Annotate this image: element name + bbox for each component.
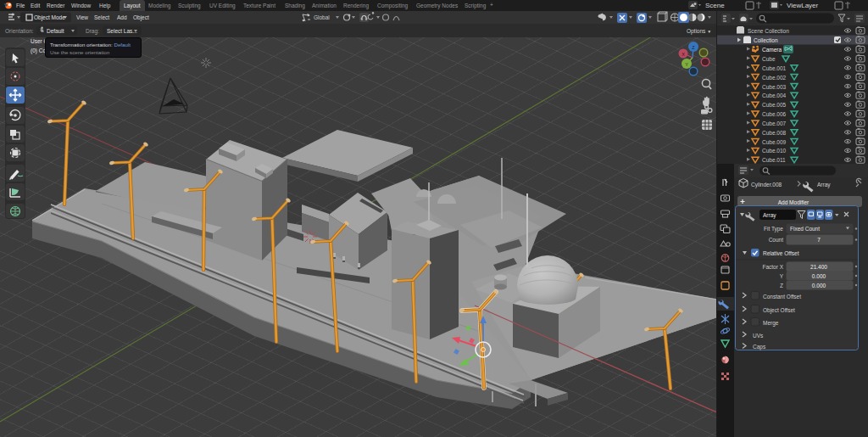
svg-text:Cube: Cube [762,56,776,62]
svg-text:Cube.006: Cube.006 [762,111,787,117]
svg-text:Cube.008: Cube.008 [762,130,787,136]
svg-text:Cube.003: Cube.003 [762,84,787,90]
svg-text:Collection: Collection [754,37,778,43]
svg-text:Cylinder.008: Cylinder.008 [751,182,782,188]
svg-text:21.400: 21.400 [810,264,827,270]
svg-text:Y: Y [685,62,688,67]
svg-text:Cube.001: Cube.001 [762,65,787,71]
svg-text:Fixed Count: Fixed Count [790,226,820,232]
svg-text:Scene: Scene [705,2,725,9]
svg-text:Constant Offset: Constant Offset [763,294,801,300]
svg-text:Cube.009: Cube.009 [762,139,787,145]
svg-text:Fit Type: Fit Type [764,226,783,233]
svg-text:X: X [682,52,685,57]
svg-text:Add Modifier: Add Modifier [778,199,810,205]
svg-text:UVs: UVs [753,333,764,339]
svg-text:ViewLayer: ViewLayer [787,2,819,9]
svg-text:Array: Array [763,212,776,219]
svg-text:Merge: Merge [763,320,779,327]
svg-text:0.000: 0.000 [812,283,826,289]
svg-text:Cube.011: Cube.011 [762,157,786,163]
svg-text:Factor X: Factor X [762,264,783,270]
svg-text:Cube.004: Cube.004 [762,92,787,98]
svg-text:Object Offset: Object Offset [763,307,795,314]
svg-text:Caps: Caps [753,344,766,350]
svg-text:Cube.005: Cube.005 [762,102,787,108]
svg-text:Y: Y [780,273,784,279]
svg-text:Count: Count [769,237,784,243]
svg-text:Cube.010: Cube.010 [762,148,787,154]
svg-text:7: 7 [817,237,821,243]
svg-text:Cube.002: Cube.002 [762,75,787,81]
svg-text:Camera: Camera [762,47,782,53]
svg-text:Z: Z [780,283,783,289]
svg-text:Scene Collection: Scene Collection [748,28,789,34]
svg-text:0.000: 0.000 [812,273,826,279]
svg-text:Relative Offset: Relative Offset [763,250,799,256]
svg-text:Cube.007: Cube.007 [762,120,787,126]
svg-text:Array: Array [817,182,831,188]
